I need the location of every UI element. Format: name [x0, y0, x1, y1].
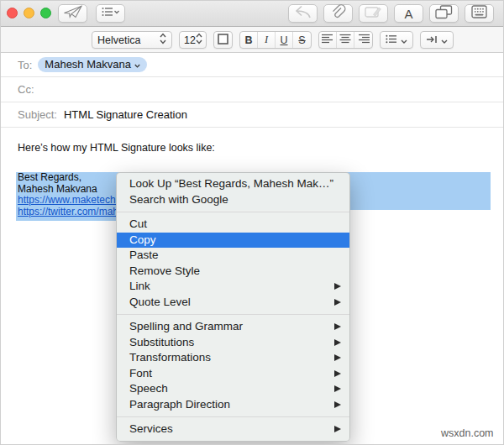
signature-line: Mahesh Makvana	[18, 184, 116, 196]
color-square-icon	[218, 34, 228, 47]
signature-link[interactable]: https://twitter.com/mah	[18, 206, 116, 217]
font-size-value: 12	[184, 34, 196, 46]
strikethrough-button[interactable]: S	[293, 32, 311, 48]
mail-compose-window: A Helvetica 12 B I	[0, 0, 504, 445]
menu-item-label: Transformations	[129, 351, 211, 364]
signature-block: Best Regards, Mahesh Makvana https://www…	[18, 172, 116, 218]
align-right-button[interactable]	[354, 32, 372, 48]
menu-item-cut[interactable]: Cut	[117, 217, 349, 233]
menu-item-font[interactable]: Font	[117, 366, 349, 382]
font-family-select[interactable]: Helvetica	[92, 31, 172, 49]
submenu-arrow-icon	[334, 354, 341, 361]
menu-item-services[interactable]: Services	[117, 421, 349, 437]
menu-item-transformations[interactable]: Transformations	[117, 350, 349, 366]
menu-item-label: Spelling and Grammar	[129, 320, 243, 332]
submenu-arrow-icon	[334, 299, 341, 306]
photo-browser-icon	[435, 5, 453, 23]
format-icon: A	[404, 8, 412, 20]
subject-value: HTML Signature Creation	[64, 108, 187, 121]
menu-item-label: Quote Level	[129, 296, 191, 308]
underline-button[interactable]: U	[276, 32, 293, 48]
traffic-lights	[7, 8, 51, 18]
menu-item-label: Services	[129, 422, 173, 435]
markup-icon	[365, 5, 382, 22]
recipient-name: Mahesh Makvana	[45, 58, 131, 71]
chevron-down-icon	[401, 34, 407, 46]
submenu-arrow-icon	[334, 339, 341, 346]
text-style-group: B I U S	[239, 31, 312, 49]
body-intro-text: Here’s how my HTML Signature looks like:	[18, 142, 215, 154]
menu-item-label: Link	[129, 280, 150, 292]
menu-separator	[117, 416, 349, 417]
align-center-button[interactable]	[337, 32, 354, 48]
menu-item-label: Paragraph Direction	[129, 398, 230, 411]
watermark: wsxdn.com	[441, 427, 494, 439]
window-toolbar: A	[1, 1, 503, 27]
font-size-select[interactable]: 12	[179, 31, 207, 49]
format-bar: Helvetica 12 B I U S	[1, 27, 503, 53]
menu-item-copy[interactable]: Copy	[117, 233, 349, 249]
emoji-symbols-icon	[471, 5, 487, 22]
menu-item-speech[interactable]: Speech	[117, 381, 349, 397]
subject-label: Subject:	[18, 108, 57, 121]
menu-item-look-up[interactable]: Look Up “Best Regards, Mahesh Mak…”	[117, 176, 349, 192]
menu-item-quote-level[interactable]: Quote Level	[117, 295, 349, 311]
photo-browser-button[interactable]	[429, 4, 459, 23]
reply-icon	[295, 5, 312, 22]
subject-field[interactable]: Subject: HTML Signature Creation	[1, 102, 503, 128]
attach-icon	[330, 4, 346, 24]
align-left-button[interactable]	[319, 32, 337, 48]
to-field[interactable]: To: Mahesh Makvana	[1, 53, 503, 77]
menu-separator	[117, 212, 349, 212]
send-button[interactable]	[58, 4, 87, 23]
menu-item-substitutions[interactable]: Substitutions	[117, 335, 349, 351]
align-left-icon	[322, 34, 333, 46]
chevron-down-icon	[441, 34, 448, 46]
menu-item-paragraph-direction[interactable]: Paragraph Direction	[117, 397, 349, 413]
menu-item-spelling-and-grammar[interactable]: Spelling and Grammar	[117, 319, 349, 335]
menu-item-search-with-google[interactable]: Search with Google	[117, 192, 349, 208]
close-button[interactable]	[7, 8, 18, 18]
cc-label: Cc:	[18, 83, 34, 96]
to-label: To:	[18, 59, 32, 71]
submenu-arrow-icon	[334, 401, 341, 408]
submenu-arrow-icon	[334, 385, 341, 392]
context-menu: Look Up “Best Regards, Mahesh Mak…” Sear…	[116, 172, 350, 442]
recipient-token[interactable]: Mahesh Makvana	[38, 57, 147, 72]
submenu-arrow-icon	[334, 426, 341, 432]
submenu-arrow-icon	[334, 370, 341, 377]
menu-separator	[117, 314, 349, 315]
signature-link[interactable]: https://www.maketeche	[18, 194, 116, 206]
menu-item-link[interactable]: Link	[117, 279, 349, 295]
menu-item-label: Speech	[129, 382, 168, 395]
align-center-icon	[339, 34, 351, 46]
stepper-icon	[196, 33, 202, 47]
bold-button[interactable]: B	[240, 32, 258, 48]
send-icon	[63, 5, 83, 22]
submenu-arrow-icon	[334, 283, 341, 290]
menu-item-remove-style[interactable]: Remove Style	[117, 264, 349, 280]
text-color-well[interactable]	[213, 31, 233, 49]
emoji-symbols-button[interactable]	[465, 4, 494, 23]
submenu-arrow-icon	[334, 323, 341, 330]
list-style-dropdown[interactable]	[380, 31, 413, 49]
menu-item-label: Font	[129, 367, 152, 380]
stepper-icon	[160, 33, 166, 47]
signature-line: Best Regards,	[18, 172, 116, 184]
format-button[interactable]: A	[394, 4, 423, 23]
list-options-icon	[102, 6, 120, 21]
menu-item-label: Substitutions	[129, 336, 194, 348]
font-family-value: Helvetica	[97, 34, 140, 46]
italic-button[interactable]: I	[258, 32, 276, 48]
attach-button[interactable]	[323, 4, 353, 23]
reply-button[interactable]	[288, 4, 318, 23]
message-options-button[interactable]	[96, 4, 125, 23]
align-right-icon	[358, 34, 370, 46]
cc-field[interactable]: Cc:	[1, 77, 503, 102]
alignment-group	[318, 31, 373, 49]
indent-dropdown[interactable]	[420, 31, 454, 49]
zoom-button[interactable]	[40, 8, 51, 18]
minimize-button[interactable]	[24, 8, 34, 18]
markup-button[interactable]	[359, 4, 388, 23]
menu-item-paste[interactable]: Paste	[117, 248, 349, 264]
